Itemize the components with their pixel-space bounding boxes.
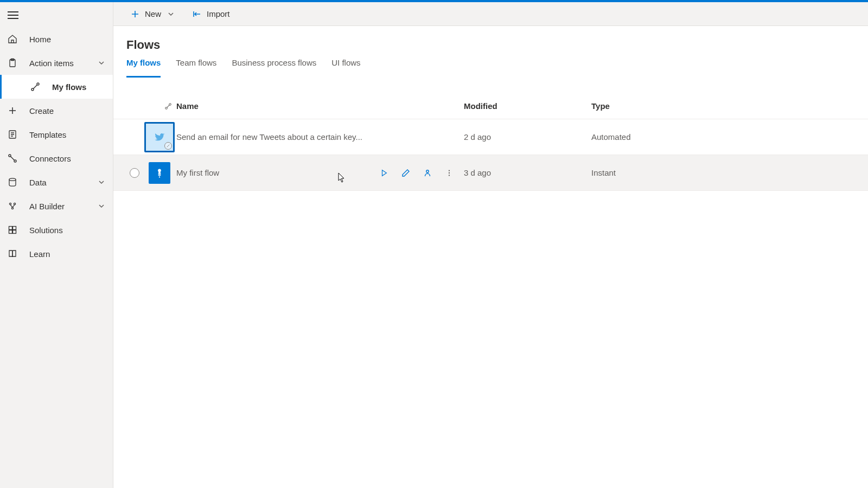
book-icon: [8, 249, 17, 259]
svg-point-20: [449, 170, 450, 171]
sidebar-item-connectors[interactable]: Connectors: [0, 146, 113, 170]
run-button[interactable]: [379, 168, 389, 178]
sidebar-item-label: Learn: [29, 249, 50, 259]
connectors-icon: [8, 153, 17, 163]
svg-point-5: [9, 155, 11, 157]
row-actions: [379, 168, 464, 178]
svg-point-10: [11, 207, 13, 209]
column-header-name[interactable]: Name: [176, 101, 464, 111]
more-actions-button[interactable]: [444, 168, 454, 178]
command-bar: New Import: [113, 2, 868, 26]
tab-ui-flows[interactable]: UI flows: [331, 55, 360, 78]
sidebar-item-label: Create: [29, 106, 54, 115]
main-content: New Import Flows My flows Team flows Bus…: [113, 2, 868, 488]
chevron-down-icon: [98, 59, 105, 67]
svg-point-19: [426, 170, 429, 172]
list-row[interactable]: My first flow: [113, 155, 868, 191]
row-selector[interactable]: [126, 168, 143, 178]
list-row[interactable]: Send an email for new Tweets about a cer…: [113, 119, 868, 155]
plus-icon: [8, 106, 17, 115]
flow-type: Automated: [591, 132, 700, 142]
sidebar: Home Action items My flows: [0, 2, 113, 488]
radio-unselected-icon[interactable]: [130, 168, 139, 178]
flow-name[interactable]: My first flow: [176, 168, 379, 177]
page-title: Flows: [126, 38, 868, 52]
chevron-down-icon: [98, 202, 105, 210]
svg-point-2: [31, 88, 34, 91]
svg-point-9: [14, 203, 15, 204]
svg-point-7: [9, 178, 16, 181]
sidebar-item-action-items[interactable]: Action items: [0, 51, 113, 75]
chevron-down-icon: [167, 10, 175, 18]
sidebar-item-my-flows[interactable]: My flows: [0, 75, 113, 99]
hamburger-menu-button[interactable]: [8, 11, 18, 19]
svg-rect-11: [9, 227, 12, 230]
tab-strip: My flows Team flows Business process flo…: [113, 55, 868, 78]
list-header-row: Name Modified Type: [113, 93, 868, 119]
svg-rect-12: [13, 227, 16, 230]
clipboard-icon: [8, 58, 17, 68]
share-button[interactable]: [423, 168, 432, 178]
sidebar-item-label: Data: [29, 178, 47, 187]
sidebar-item-ai-builder[interactable]: AI Builder: [0, 194, 113, 218]
svg-point-6: [14, 160, 16, 162]
twitter-connector-icon: [144, 122, 175, 152]
sidebar-item-label: Templates: [29, 130, 66, 139]
sidebar-item-label: Home: [29, 35, 51, 44]
sidebar-item-label: Action items: [29, 59, 74, 68]
edit-button[interactable]: [401, 168, 411, 178]
flow-icon: [30, 82, 40, 92]
new-button-label: New: [145, 9, 161, 18]
sidebar-item-label: AI Builder: [29, 202, 65, 211]
sidebar-item-data[interactable]: Data: [0, 170, 113, 194]
home-icon: [8, 34, 17, 44]
ai-icon: [8, 201, 17, 211]
sidebar-item-templates[interactable]: Templates: [0, 123, 113, 146]
tab-my-flows[interactable]: My flows: [126, 55, 161, 78]
sidebar-item-home[interactable]: Home: [0, 27, 113, 51]
disabled-badge-icon: [164, 142, 172, 150]
svg-point-8: [9, 203, 11, 204]
svg-point-3: [37, 83, 39, 85]
svg-rect-17: [158, 174, 161, 176]
flow-type: Instant: [591, 168, 700, 177]
new-button[interactable]: New: [126, 5, 180, 23]
import-button-label: Import: [207, 9, 230, 18]
svg-point-18: [159, 176, 160, 177]
tab-team-flows[interactable]: Team flows: [176, 55, 216, 78]
flow-type-column-icon: [164, 102, 172, 110]
sidebar-item-label: Solutions: [29, 226, 63, 235]
templates-icon: [8, 130, 17, 139]
sidebar-item-learn[interactable]: Learn: [0, 242, 113, 266]
chevron-down-icon: [98, 178, 105, 186]
column-header-type[interactable]: Type: [591, 101, 700, 111]
flow-list: Name Modified Type: [113, 78, 868, 191]
svg-point-21: [449, 172, 450, 173]
flow-modified: 2 d ago: [464, 132, 591, 142]
flow-modified: 3 d ago: [464, 168, 591, 177]
sidebar-item-label: Connectors: [29, 154, 71, 163]
sidebar-item-solutions[interactable]: Solutions: [0, 218, 113, 242]
svg-point-22: [449, 175, 450, 176]
plus-icon: [131, 10, 139, 18]
flow-name[interactable]: Send an email for new Tweets about a cer…: [176, 132, 464, 142]
solutions-icon: [8, 225, 17, 235]
tab-business-process-flows[interactable]: Business process flows: [232, 55, 316, 78]
svg-rect-14: [13, 230, 16, 234]
import-icon: [193, 10, 201, 18]
import-button[interactable]: Import: [188, 5, 234, 23]
sidebar-item-create[interactable]: Create: [0, 99, 113, 123]
instant-flow-icon: [149, 162, 170, 184]
data-icon: [8, 177, 17, 187]
svg-rect-13: [9, 230, 12, 234]
column-header-modified[interactable]: Modified: [464, 101, 591, 111]
sidebar-item-label: My flows: [52, 82, 86, 92]
